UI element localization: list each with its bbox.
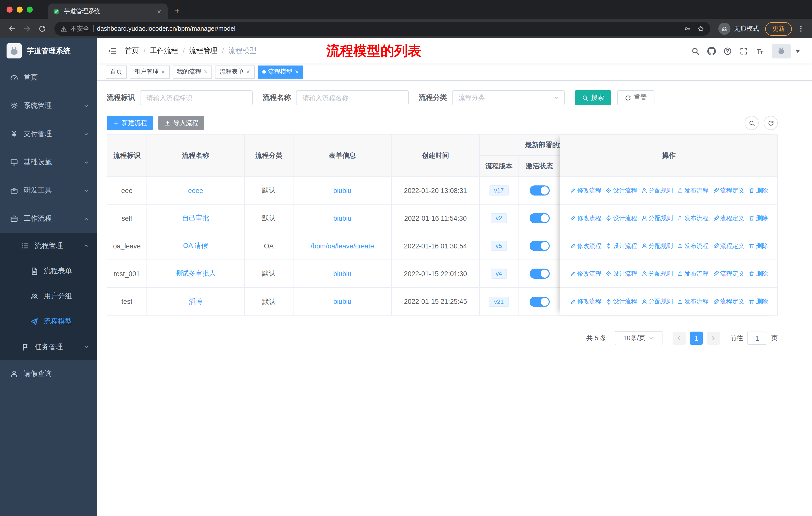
process-category-select[interactable]: 流程分类 <box>452 90 565 105</box>
process-name-link[interactable]: 自己审批 <box>182 214 209 222</box>
search-icon[interactable] <box>691 47 700 55</box>
action-assign-rules[interactable]: 分配规则 <box>641 214 673 222</box>
collapse-sidebar-icon[interactable] <box>107 46 117 56</box>
active-toggle[interactable] <box>529 241 549 251</box>
process-name-link[interactable]: 滔博 <box>189 298 202 305</box>
create-process-button[interactable]: 新建流程 <box>107 116 153 130</box>
sidebar-item-infra[interactable]: 基础设施 <box>0 148 97 176</box>
sidebar-item-user-group[interactable]: 用户分组 <box>0 284 97 309</box>
form-info-link[interactable]: biubiu <box>333 298 351 305</box>
close-window-button[interactable] <box>6 6 12 12</box>
action-design-process[interactable]: 设计流程 <box>605 269 637 278</box>
action-delete[interactable]: 删除 <box>748 269 768 278</box>
form-info-link[interactable]: biubiu <box>333 270 351 277</box>
font-size-icon[interactable] <box>756 47 764 55</box>
action-assign-rules[interactable]: 分配规则 <box>641 242 673 250</box>
toggle-search-button[interactable] <box>745 116 759 130</box>
form-info-link[interactable]: biubiu <box>333 214 351 222</box>
prev-page-button[interactable] <box>672 332 686 345</box>
browser-tab[interactable]: 芋道管理系统 × <box>48 3 168 19</box>
address-bar[interactable]: 不安全 dashboard.yudao.iocoder.cn/bpm/manag… <box>54 22 710 36</box>
reset-button[interactable]: 重置 <box>617 90 655 105</box>
action-assign-rules[interactable]: 分配规则 <box>641 297 673 306</box>
sidebar-item-process-mgmt[interactable]: 流程管理 <box>0 233 97 259</box>
action-publish-process[interactable]: 发布流程 <box>677 269 708 278</box>
process-name-input[interactable] <box>296 90 409 105</box>
process-id-input[interactable] <box>140 90 253 105</box>
action-process-definition[interactable]: 流程定义 <box>713 242 744 250</box>
close-icon[interactable]: × <box>295 69 299 75</box>
active-toggle[interactable] <box>529 269 549 279</box>
close-icon[interactable]: × <box>204 69 207 75</box>
action-modify-process[interactable]: 修改流程 <box>570 214 601 222</box>
close-icon[interactable]: × <box>246 69 250 75</box>
goto-page-input[interactable] <box>747 332 767 345</box>
sidebar-item-home[interactable]: 首页 <box>0 63 97 92</box>
key-icon[interactable] <box>684 25 691 32</box>
minimize-window-button[interactable] <box>17 6 23 12</box>
action-modify-process[interactable]: 修改流程 <box>570 242 601 250</box>
back-button[interactable] <box>5 22 19 36</box>
tag-process-model[interactable]: 流程模型× <box>258 65 303 78</box>
process-name-link[interactable]: OA 请假 <box>183 242 208 249</box>
action-delete[interactable]: 删除 <box>748 214 768 222</box>
tag-home[interactable]: 首页 <box>106 65 127 78</box>
active-toggle[interactable] <box>529 297 549 307</box>
action-design-process[interactable]: 设计流程 <box>605 242 637 250</box>
help-icon[interactable] <box>723 47 732 55</box>
action-modify-process[interactable]: 修改流程 <box>570 297 601 306</box>
close-icon[interactable]: × <box>161 69 165 75</box>
action-assign-rules[interactable]: 分配规则 <box>641 269 673 278</box>
action-assign-rules[interactable]: 分配规则 <box>641 186 673 195</box>
refresh-table-button[interactable] <box>764 116 778 130</box>
action-process-definition[interactable]: 流程定义 <box>713 186 744 195</box>
tag-process-form[interactable]: 流程表单× <box>215 65 255 78</box>
sidebar-item-payment[interactable]: 支付管理 <box>0 120 97 148</box>
action-process-definition[interactable]: 流程定义 <box>713 214 744 222</box>
breadcrumb-process-mgmt[interactable]: 流程管理 <box>189 46 218 55</box>
page-number-1[interactable]: 1 <box>690 332 703 345</box>
breadcrumb-workflow[interactable]: 工作流程 <box>150 46 178 55</box>
action-process-definition[interactable]: 流程定义 <box>713 269 744 278</box>
active-toggle[interactable] <box>529 185 549 195</box>
action-design-process[interactable]: 设计流程 <box>605 214 637 222</box>
action-delete[interactable]: 删除 <box>748 297 768 306</box>
sidebar-item-system[interactable]: 系统管理 <box>0 92 97 120</box>
forward-button[interactable] <box>20 22 34 36</box>
action-design-process[interactable]: 设计流程 <box>605 186 637 195</box>
action-delete[interactable]: 删除 <box>748 186 768 195</box>
maximize-window-button[interactable] <box>27 6 33 12</box>
action-process-definition[interactable]: 流程定义 <box>713 297 744 306</box>
action-publish-process[interactable]: 发布流程 <box>677 242 708 250</box>
action-publish-process[interactable]: 发布流程 <box>677 297 708 306</box>
action-modify-process[interactable]: 修改流程 <box>570 186 601 195</box>
fullscreen-icon[interactable] <box>740 47 748 55</box>
form-info-link[interactable]: biubiu <box>333 187 351 194</box>
breadcrumb-home[interactable]: 首页 <box>125 46 139 55</box>
search-button[interactable]: 搜索 <box>575 90 611 105</box>
import-process-button[interactable]: 导入流程 <box>158 116 204 130</box>
close-tab-icon[interactable]: × <box>155 7 163 16</box>
action-design-process[interactable]: 设计流程 <box>605 297 637 306</box>
sidebar-item-task-mgmt[interactable]: 任务管理 <box>0 334 97 360</box>
sidebar-item-leave-query[interactable]: 请假查询 <box>0 360 97 388</box>
action-modify-process[interactable]: 修改流程 <box>570 269 601 278</box>
action-publish-process[interactable]: 发布流程 <box>677 186 708 195</box>
process-name-link[interactable]: 测试多审批人 <box>175 270 216 277</box>
update-browser-button[interactable]: 更新 <box>765 22 792 35</box>
new-tab-button[interactable]: + <box>168 6 180 19</box>
sidebar-item-workflow[interactable]: 工作流程 <box>0 205 97 233</box>
form-info-link[interactable]: /bpm/oa/leave/create <box>311 242 374 250</box>
next-page-button[interactable] <box>707 332 720 345</box>
process-name-link[interactable]: eeee <box>188 187 203 194</box>
user-avatar-menu[interactable] <box>772 44 802 58</box>
bookmark-star-icon[interactable] <box>697 25 704 32</box>
reload-button[interactable] <box>35 22 49 36</box>
browser-menu-icon[interactable] <box>795 25 807 33</box>
tag-my-process[interactable]: 我的流程× <box>172 65 212 78</box>
sidebar-item-process-model[interactable]: 流程模型 <box>0 309 97 334</box>
active-toggle[interactable] <box>529 213 549 223</box>
github-icon[interactable] <box>707 47 716 55</box>
action-publish-process[interactable]: 发布流程 <box>677 214 708 222</box>
sidebar-item-devtools[interactable]: 研发工具 <box>0 176 97 205</box>
